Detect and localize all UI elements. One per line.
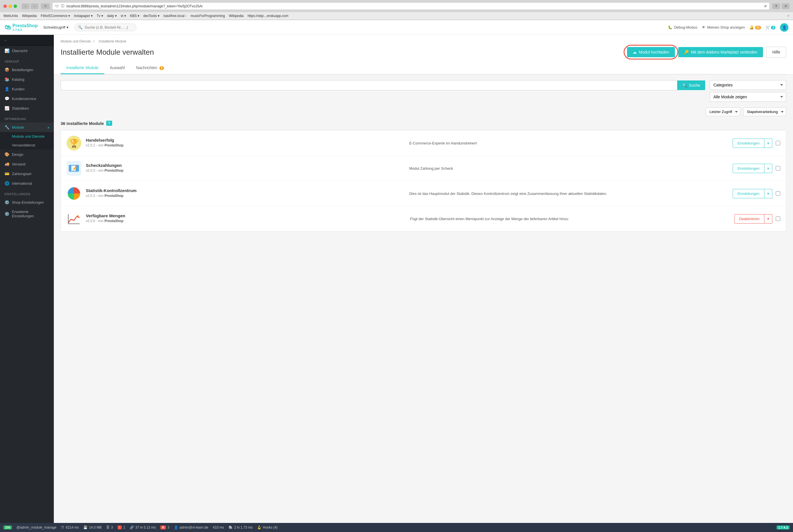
international-icon: 🌐 xyxy=(4,181,9,186)
sidebar-subitem-versanddienst[interactable]: Versanddienst xyxy=(0,141,54,150)
url-text[interactable]: localhost:8888/presta_test/admin123/inde… xyxy=(66,4,761,8)
key-icon: 🔑 xyxy=(684,50,689,54)
newtab-button[interactable]: ⊞ xyxy=(782,3,790,9)
sidebar-item-katalog[interactable]: 📚 Katalog xyxy=(0,75,54,84)
tab-installierte-module[interactable]: Installierte Module xyxy=(61,62,104,74)
sidebar-item-versand[interactable]: 🚚 Versand xyxy=(0,159,54,169)
status-right: 1.7.4.2 xyxy=(777,526,790,529)
bookmark-kbs[interactable]: KBS xyxy=(130,14,139,18)
sidebar-item-module[interactable]: 🔧 Module ▴ xyxy=(0,122,54,132)
quickaccess-button[interactable]: Schnellzugriff ▾ xyxy=(41,24,71,31)
sidebar-subitem-module-dienste[interactable]: Module und Dienste xyxy=(0,132,54,141)
window-button[interactable]: ⊡ xyxy=(41,3,50,9)
topnav-search-input[interactable] xyxy=(85,25,133,30)
deactivate-button-verfugbare-mengen[interactable]: Deaktivieren xyxy=(734,214,765,224)
minimize-dot[interactable] xyxy=(8,4,12,8)
module-checkbox-scheckzahlungen[interactable] xyxy=(776,166,780,171)
module-search-button[interactable]: 🔍 Suche xyxy=(677,80,705,90)
sidebar-item-ubersicht[interactable]: 📊 Übersicht xyxy=(0,46,54,56)
advanced-settings-icon: ⚙️ xyxy=(4,212,9,216)
addons-marketplace-button[interactable]: 🔑 Mit dem Addons Marktplatz verbinden xyxy=(678,47,763,57)
module-checkbox-statistik[interactable] xyxy=(776,191,780,196)
sidebar-item-erweiterte-einstellungen[interactable]: ⚙️ Erweiterte Einstellungen xyxy=(0,207,54,221)
sidebar-item-design[interactable]: 🎨 Design xyxy=(0,150,54,159)
module-actions-handelserfolg: Einstellungen ▾ xyxy=(733,138,780,148)
einstellungen-button-scheckzahlungen[interactable]: Einstellungen xyxy=(733,164,765,173)
module-count-help-badge[interactable]: ? xyxy=(106,121,112,126)
einstellungen-dropdown-handelserfolg[interactable]: ▾ xyxy=(765,138,772,148)
sidebar-item-kunden[interactable]: 👤 Kunden xyxy=(0,84,54,94)
bookmark-tv[interactable]: Tv xyxy=(97,14,103,18)
module-actions-statistik: Einstellungen ▾ xyxy=(733,189,780,198)
sidebar-item-kundenservice[interactable]: 💬 Kundenservice xyxy=(0,94,54,103)
sort-stapel-select[interactable]: Stapelverarbeitung xyxy=(743,107,786,116)
bookmark-webuntis[interactable]: WebUntis xyxy=(3,14,18,18)
einstellungen-button-handelserfolg[interactable]: Einstellungen xyxy=(733,138,765,148)
breadcrumb-link-module-dienste[interactable]: Module und Dienste xyxy=(61,39,91,43)
page-header-row: Installierte Module verwalten ☁ Modul ho… xyxy=(61,47,786,57)
cart-button[interactable]: 🛒 3 xyxy=(766,25,775,30)
refresh-icon[interactable]: ↺ xyxy=(764,4,767,8)
address-bar[interactable]: 🛡 ⓘ localhost:8888/presta_test/admin123/… xyxy=(52,2,770,10)
einstellungen-dropdown-statistik[interactable]: ▾ xyxy=(765,189,772,198)
bookmark-devtools[interactable]: devTools xyxy=(143,14,159,18)
bookmark-vt[interactable]: vt xyxy=(121,14,126,18)
design-icon: 🎨 xyxy=(4,152,9,157)
module-icon-handelserfolg: 🏆 xyxy=(66,136,81,150)
app-wrapper: « 📊 Übersicht VERKAUF 📦 Bestellungen 📚 K… xyxy=(0,35,793,532)
user-time-text: 410 ms xyxy=(213,526,224,529)
module-count-text: 36 installierte Module xyxy=(61,121,104,126)
browser-right-buttons: ⬆ ⊞ xyxy=(772,3,790,9)
notifications-button[interactable]: 🔔 20 xyxy=(749,25,761,30)
user-icon: 👤 xyxy=(174,526,178,529)
bookmark-musicforprogramming[interactable]: musicForProgramming xyxy=(191,14,225,18)
sidebar-item-zahlungsart[interactable]: 💳 Zahlungsart xyxy=(0,169,54,178)
module-checkbox-verfugbare-mengen[interactable] xyxy=(776,216,780,221)
module-checkbox-handelserfolg[interactable] xyxy=(776,141,780,145)
forward-button[interactable]: › xyxy=(31,3,39,9)
deactivate-dropdown-verfugbare-mengen[interactable]: ▾ xyxy=(765,214,772,224)
bookmark-wikipedia-2[interactable]: Wikipedia xyxy=(229,14,244,18)
payment-icon: 💳 xyxy=(4,171,9,176)
module-name-scheckzahlungen: Scheckzahlungen xyxy=(86,163,399,168)
orders-icon: 📦 xyxy=(4,68,9,72)
module-actions-verfugbare-mengen: Deaktivieren ▾ xyxy=(734,214,780,224)
bookmark-wikipedia-1[interactable]: Wikipedia xyxy=(22,14,37,18)
sidebar-item-shop-einstellungen[interactable]: ⚙️ Shop-Einstellungen xyxy=(0,197,54,207)
user-avatar[interactable]: 👤 xyxy=(780,23,789,32)
sidebar-item-international[interactable]: 🌐 international xyxy=(0,178,54,188)
share-button[interactable]: ⬆ xyxy=(772,3,780,9)
close-dot[interactable] xyxy=(3,4,7,8)
sidebar-item-bestellungen[interactable]: 📦 Bestellungen xyxy=(0,65,54,75)
module-list: 🏆 Handelserfolg v2.0.2 - von PrestaShop … xyxy=(61,130,786,231)
sidebar-item-statistiken[interactable]: 📈 Statistiken xyxy=(0,103,54,113)
sort-letzter-select[interactable]: Letzter Zugriff xyxy=(706,107,740,116)
bookmark-fitforecommerce[interactable]: FitforECommerce xyxy=(41,14,70,18)
bookmark-eroku[interactable]: https://objc...erokuapp.com xyxy=(248,14,288,18)
module-meta-handelserfolg: v2.0.2 - von PrestaShop xyxy=(86,143,399,147)
back-button[interactable]: ‹ xyxy=(21,3,30,9)
sidebar-collapse-icon[interactable]: « xyxy=(4,38,6,42)
bookmark-instapaper[interactable]: Instapaper xyxy=(74,14,93,18)
maximize-dot[interactable] xyxy=(14,4,17,8)
time-text: 6214 ms xyxy=(66,526,79,529)
module-name-verfugbare-mengen: Verfügbare Mengen xyxy=(86,213,400,218)
bookmark-nas4free[interactable]: nas4free.local - xyxy=(163,14,187,18)
show-all-filter[interactable]: Alle Module zeigen xyxy=(710,92,786,102)
categories-filter[interactable]: Categories xyxy=(710,80,786,90)
einstellungen-dropdown-scheckzahlungen[interactable]: ▾ xyxy=(765,164,772,173)
php-icon: 🐘 xyxy=(229,526,233,529)
add-tab-button[interactable]: + xyxy=(787,13,790,18)
sort-row: Letzter Zugriff Stapelverarbeitung xyxy=(61,107,786,116)
view-shop-button[interactable]: 👁 Meinen Shop anzeigen xyxy=(702,25,745,30)
debug-mode-button[interactable]: 🐛 Debug-Modus xyxy=(668,25,697,30)
bookmark-daily[interactable]: daily xyxy=(107,14,117,18)
module-search-input[interactable] xyxy=(61,80,677,90)
upload-module-button[interactable]: ☁ Modul hochladen xyxy=(627,47,675,57)
module-tabs: Installierte Module Auswahl Nachrichten … xyxy=(61,62,786,74)
einstellungen-button-statistik[interactable]: Einstellungen xyxy=(733,189,765,198)
tab-nachrichten[interactable]: Nachrichten 8 xyxy=(131,62,170,74)
topnav-search-box[interactable]: 🔍 xyxy=(74,23,136,31)
tab-auswahl[interactable]: Auswahl xyxy=(104,62,131,74)
help-button[interactable]: Hilfe xyxy=(767,47,786,57)
